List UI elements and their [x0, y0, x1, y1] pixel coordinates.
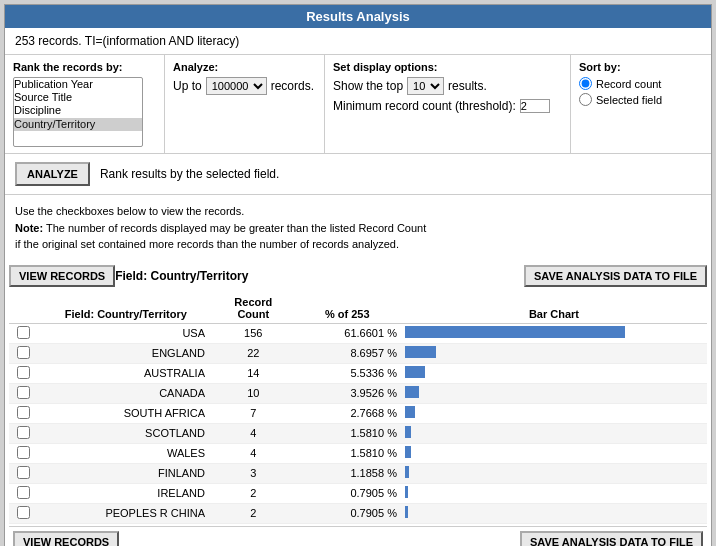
table-row: USA 156 61.6601 % [9, 323, 707, 343]
table-row: IRELAND 2 0.7905 % [9, 483, 707, 503]
pct-cell: 2.7668 % [294, 403, 401, 423]
results-table: Field: Country/Territory Record Count % … [9, 293, 707, 524]
sort-record-count-label: Record count [596, 78, 661, 90]
analyze-description: Rank results by the selected field. [100, 167, 279, 181]
pct-cell: 61.6601 % [294, 323, 401, 343]
row-checkbox[interactable] [17, 346, 30, 359]
show-top-select[interactable]: 10 25 50 [407, 77, 444, 95]
sort-label: Sort by: [579, 61, 703, 73]
table-row: SOUTH AFRICA 7 2.7668 % [9, 403, 707, 423]
col-country: Field: Country/Territory [39, 293, 214, 324]
table-row: WALES 4 1.5810 % [9, 443, 707, 463]
country-cell: FINLAND [39, 463, 214, 483]
pct-cell: 0.7905 % [294, 503, 401, 523]
sort-record-count-radio[interactable] [579, 77, 592, 90]
min-count-label: Minimum record count (threshold): [333, 99, 516, 113]
country-cell: SOUTH AFRICA [39, 403, 214, 423]
col-record-count: Record Count [213, 293, 294, 324]
country-cell: AUSTRALIA [39, 363, 214, 383]
count-cell: 156 [213, 323, 294, 343]
count-cell: 2 [213, 483, 294, 503]
count-cell: 2 [213, 503, 294, 523]
count-cell: 22 [213, 343, 294, 363]
country-cell: IRELAND [39, 483, 214, 503]
count-cell: 4 [213, 423, 294, 443]
note-section: Use the checkboxes below to view the rec… [5, 195, 711, 261]
row-checkbox[interactable] [17, 486, 30, 499]
row-checkbox[interactable] [17, 446, 30, 459]
show-top-label: Show the top [333, 79, 403, 93]
table-row: ENGLAND 22 8.6957 % [9, 343, 707, 363]
bar-cell [401, 483, 707, 503]
row-checkbox[interactable] [17, 406, 30, 419]
bar-cell [401, 403, 707, 423]
min-count-input[interactable] [520, 99, 550, 113]
row-checkbox[interactable] [17, 426, 30, 439]
country-cell: CANADA [39, 383, 214, 403]
country-cell: SCOTLAND [39, 423, 214, 443]
analyze-button[interactable]: ANALYZE [15, 162, 90, 186]
show-top-results: results. [448, 79, 487, 93]
view-records-button-bottom[interactable]: VIEW RECORDS [13, 531, 119, 547]
table-row: SCOTLAND 4 1.5810 % [9, 423, 707, 443]
row-checkbox[interactable] [17, 506, 30, 519]
col-check [9, 293, 39, 324]
bar-cell [401, 503, 707, 523]
pct-cell: 5.5336 % [294, 363, 401, 383]
display-label: Set display options: [333, 61, 562, 73]
save-analysis-button-bottom[interactable]: SAVE ANALYSIS DATA TO FILE [520, 531, 703, 547]
table-row: FINLAND 3 1.1858 % [9, 463, 707, 483]
row-checkbox[interactable] [17, 386, 30, 399]
analyze-value-select[interactable]: 100000 50000 10000 [206, 77, 267, 95]
pct-cell: 1.5810 % [294, 443, 401, 463]
col-pct: % of 253 [294, 293, 401, 324]
bar-cell [401, 363, 707, 383]
bar-cell [401, 443, 707, 463]
count-cell: 7 [213, 403, 294, 423]
bar-cell [401, 383, 707, 403]
col-bar: Bar Chart [401, 293, 707, 324]
pct-cell: 1.5810 % [294, 423, 401, 443]
records-summary: 253 records. TI=(information AND literac… [5, 28, 711, 55]
view-records-button-top[interactable]: VIEW RECORDS [9, 265, 115, 287]
save-analysis-button-top[interactable]: SAVE ANALYSIS DATA TO FILE [524, 265, 707, 287]
analyze-records-label: records. [271, 79, 314, 93]
count-cell: 14 [213, 363, 294, 383]
bar-cell [401, 463, 707, 483]
analyze-upto-label: Up to [173, 79, 202, 93]
country-cell: USA [39, 323, 214, 343]
country-cell: PEOPLES R CHINA [39, 503, 214, 523]
rank-select[interactable]: Publication Year Source Title Discipline… [13, 77, 143, 147]
pct-cell: 1.1858 % [294, 463, 401, 483]
country-cell: ENGLAND [39, 343, 214, 363]
count-cell: 4 [213, 443, 294, 463]
row-checkbox[interactable] [17, 366, 30, 379]
table-row: PEOPLES R CHINA 2 0.7905 % [9, 503, 707, 523]
rank-label: Rank the records by: [13, 61, 156, 73]
pct-cell: 8.6957 % [294, 343, 401, 363]
table-row: AUSTRALIA 14 5.5336 % [9, 363, 707, 383]
pct-cell: 3.9526 % [294, 383, 401, 403]
field-label: Field: Country/Territory [115, 269, 248, 283]
row-checkbox[interactable] [17, 466, 30, 479]
bar-cell [401, 343, 707, 363]
sort-selected-field-label: Selected field [596, 94, 662, 106]
sort-selected-field-radio[interactable] [579, 93, 592, 106]
analyze-label: Analyze: [173, 61, 316, 73]
country-cell: WALES [39, 443, 214, 463]
table-row: CANADA 10 3.9526 % [9, 383, 707, 403]
count-cell: 3 [213, 463, 294, 483]
page-title: Results Analysis [5, 5, 711, 28]
bar-cell [401, 323, 707, 343]
bar-cell [401, 423, 707, 443]
pct-cell: 0.7905 % [294, 483, 401, 503]
count-cell: 10 [213, 383, 294, 403]
row-checkbox[interactable] [17, 326, 30, 339]
